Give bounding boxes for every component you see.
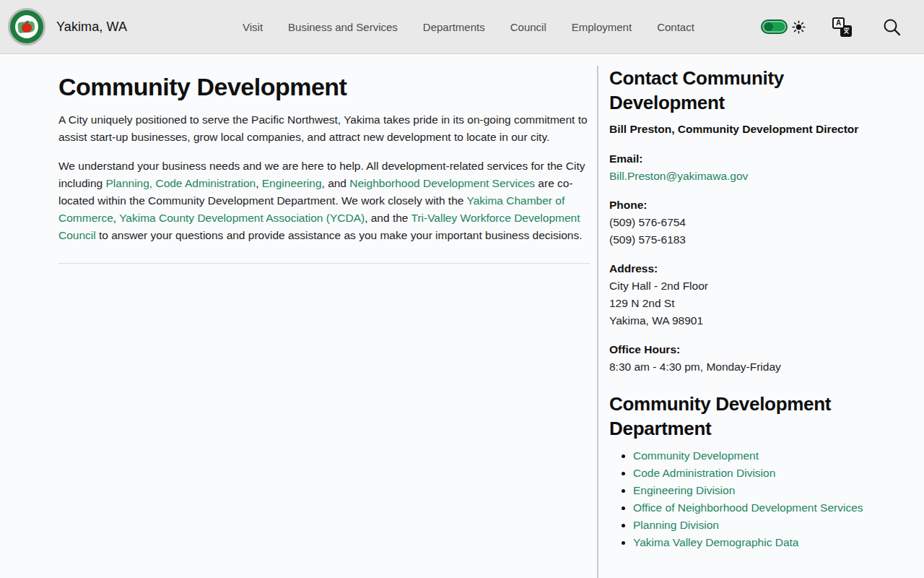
address-line: City Hall - 2nd Floor [609, 277, 868, 295]
department-heading: Community Development Department [609, 392, 868, 441]
director-name: Bill Preston, Community Development Dire… [609, 121, 868, 137]
main-nav: Visit Business and Services Departments … [243, 21, 694, 33]
address-line: Yakima, WA 98901 [609, 312, 868, 329]
nav-item-council[interactable]: Council [510, 21, 546, 33]
email-group: Email: Bill.Preston@yakimawa.gov [609, 150, 868, 185]
apple-icon [22, 23, 32, 33]
email-label: Email: [609, 150, 868, 168]
department-list-item: Code Administration Division [633, 465, 868, 482]
intro-paragraph: A City uniquely positioned to serve the … [58, 111, 590, 146]
nav-item-departments[interactable]: Departments [423, 21, 485, 33]
nav-item-business-and-services[interactable]: Business and Services [288, 21, 398, 33]
inline-text-link[interactable]: Engineering [262, 177, 322, 189]
page-title: Community Development [58, 72, 590, 102]
email-link[interactable]: Bill.Preston@yakimawa.gov [609, 170, 748, 182]
inline-text-link[interactable]: Yakima County Development Association (Y… [119, 212, 365, 224]
phone-label: Phone: [609, 197, 868, 214]
toggle-knob [764, 22, 773, 31]
nav-item-contact[interactable]: Contact [657, 21, 694, 33]
department-list-item: Engineering Division [633, 482, 868, 499]
department-link[interactable]: Code Administration Division [633, 467, 775, 479]
content-divider [58, 263, 590, 264]
city-seal-inner [15, 15, 38, 38]
sun-icon [792, 20, 806, 34]
department-link[interactable]: Community Development [633, 449, 759, 462]
address-line: 129 N 2nd St [609, 295, 868, 312]
department-link[interactable]: Planning Division [633, 519, 719, 531]
main-column: Community Development A City uniquely po… [58, 66, 590, 578]
theme-toggle-switch[interactable] [761, 20, 788, 34]
office-hours-group: Office Hours: 8:30 am - 4:30 pm, Monday-… [609, 341, 868, 376]
translate-letter-a: A [832, 17, 845, 29]
address-group: Address: City Hall - 2nd Floor 129 N 2nd… [609, 260, 868, 329]
department-link[interactable]: Engineering Division [633, 484, 735, 496]
sidebar: Contact Community Development Bill Prest… [597, 66, 868, 578]
nav-item-visit[interactable]: Visit [243, 21, 263, 33]
phone-group: Phone: (509) 576-6754 (509) 575-6183 [609, 197, 868, 249]
inline-text-link[interactable]: Planning, Code Administration [106, 177, 256, 189]
city-seal-logo[interactable] [8, 8, 45, 46]
contact-heading: Contact Community Development [609, 66, 868, 115]
nav-item-employment[interactable]: Employment [572, 21, 632, 33]
site-header: Yakima, WA Visit Business and Services D… [0, 0, 924, 54]
header-controls: A [761, 17, 902, 37]
department-list-item: Planning Division [633, 517, 868, 534]
phone-number: (509) 576-6754 [609, 214, 868, 231]
department-link[interactable]: Office of Neighborhood Development Servi… [633, 501, 863, 514]
body-paragraph: We understand your business needs and we… [58, 158, 590, 244]
department-list-item: Yakima Valley Demographic Data [633, 534, 868, 551]
department-links-list: Community DevelopmentCode Administration… [609, 447, 868, 551]
site-title: Yakima, WA [56, 20, 127, 35]
phone-number: (509) 575-6183 [609, 231, 868, 249]
address-label: Address: [609, 260, 868, 277]
department-list-item: Community Development [633, 447, 868, 465]
translate-icon[interactable]: A [832, 17, 852, 37]
office-hours-label: Office Hours: [609, 341, 868, 358]
department-list-item: Office of Neighborhood Development Servi… [633, 499, 868, 517]
inline-text-link[interactable]: Neighborhood Development Services [349, 177, 535, 189]
search-icon[interactable] [882, 17, 902, 37]
department-link[interactable]: Yakima Valley Demographic Data [633, 536, 798, 548]
page-content: Community Development A City uniquely po… [0, 54, 924, 578]
office-hours-value: 8:30 am - 4:30 pm, Monday-Friday [609, 358, 868, 376]
